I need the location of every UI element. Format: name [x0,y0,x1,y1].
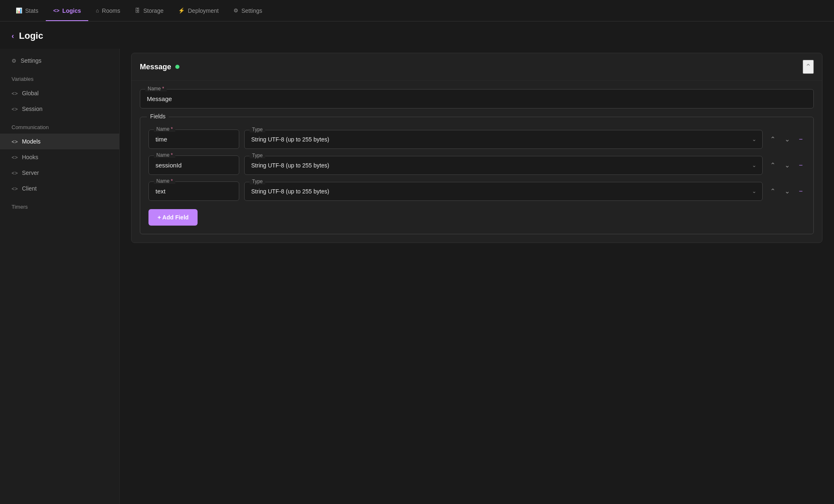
field-name-input-1[interactable] [149,130,239,148]
field-required-1: * [171,126,173,132]
field-type-select-2[interactable]: String UTF-8 (up to 255 bytes) Integer F… [245,156,762,174]
code-models-icon: <> [12,139,18,145]
field-row: Name * Type String UTF-8 (up to 255 byte… [148,181,805,201]
field-type-label-2: Type [250,153,265,158]
nav-settings[interactable]: ⚙ Settings [226,0,270,21]
remove-field-button-1[interactable]: − [796,134,805,145]
sidebar-item-client[interactable]: <> Client [0,181,119,196]
top-nav: 📊 Stats <> Logics ⌂ Rooms 🗄 Storage ⚡ De… [0,0,834,21]
remove-field-button-3[interactable]: − [796,186,805,197]
page-title: Logic [19,31,43,41]
field-type-wrap-1: Type String UTF-8 (up to 255 bytes) Inte… [244,130,763,149]
settings-sidebar-icon: ⚙ [12,58,16,64]
field-required-2: * [171,152,173,158]
field-type-select-3[interactable]: String UTF-8 (up to 255 bytes) Integer F… [245,182,762,200]
sidebar-item-server[interactable]: <> Server [0,165,119,181]
code-server-icon: <> [12,170,18,176]
field-row: Name * Type String UTF-8 (up to 255 byte… [148,130,805,149]
move-down-button-3[interactable]: ⌄ [782,186,792,197]
nav-deployment[interactable]: ⚡ Deployment [171,0,226,21]
move-down-button-2[interactable]: ⌄ [782,160,792,171]
field-name-label-2: Name * [154,152,175,158]
move-up-button-3[interactable]: ⌃ [768,186,778,197]
nav-logics[interactable]: <> Logics [46,0,88,21]
field-row: Name * Type String UTF-8 (up to 255 byte… [148,155,805,175]
field-actions-3: ⌃ ⌄ − [768,186,805,197]
field-name-label-1: Name * [154,126,175,132]
content-area: Message ⌃ Name * Fields [120,49,834,504]
deployment-icon: ⚡ [178,7,185,14]
field-type-label-3: Type [250,179,265,184]
move-down-button-1[interactable]: ⌄ [782,134,792,145]
fields-legend: Fields [147,113,169,120]
field-name-wrap-2: Name * [148,155,239,175]
move-up-button-2[interactable]: ⌃ [768,160,778,171]
sidebar: ⚙ Settings Variables <> Global <> Sessio… [0,49,120,504]
code-hooks-icon: <> [12,154,18,160]
name-required: * [162,86,164,92]
sidebar-item-global[interactable]: <> Global [0,85,119,101]
page-header: ‹ Logic [0,21,834,49]
sidebar-section-variables: Variables [0,68,119,85]
message-title: Message [140,63,179,71]
back-button[interactable]: ‹ [12,32,14,40]
storage-icon: 🗄 [135,7,140,14]
name-label: Name * [145,86,167,92]
main-layout: ⚙ Settings Variables <> Global <> Sessio… [0,49,834,504]
field-type-select-1[interactable]: String UTF-8 (up to 255 bytes) Integer F… [245,130,762,148]
field-actions-1: ⌃ ⌄ − [768,134,805,145]
rooms-icon: ⌂ [96,7,99,14]
sidebar-item-models[interactable]: <> Models [0,134,119,149]
sidebar-item-settings[interactable]: ⚙ Settings [0,53,119,68]
remove-field-button-2[interactable]: − [796,160,805,171]
field-name-wrap-3: Name * [148,181,239,201]
field-type-wrap-3: Type String UTF-8 (up to 255 bytes) Inte… [244,182,763,201]
name-input-wrapper: Name * [140,89,814,108]
stats-icon: 📊 [16,7,22,14]
name-input[interactable] [140,89,813,108]
field-actions-2: ⌃ ⌄ − [768,160,805,171]
collapse-button[interactable]: ⌃ [803,60,814,74]
name-field-wrapper: Name * [132,81,822,113]
sidebar-section-communication: Communication [0,117,119,134]
nav-rooms[interactable]: ⌂ Rooms [88,0,127,21]
code-client-icon: <> [12,186,18,192]
field-name-wrap-1: Name * [148,130,239,149]
message-card: Message ⌃ Name * Fields [131,53,822,243]
sidebar-item-hooks[interactable]: <> Hooks [0,149,119,165]
field-name-input-3[interactable] [149,182,239,200]
settings-nav-icon: ⚙ [233,7,238,14]
sidebar-section-timers: Timers [0,196,119,213]
field-type-wrap-2: Type String UTF-8 (up to 255 bytes) Inte… [244,156,763,175]
field-name-input-2[interactable] [149,156,239,174]
move-up-button-1[interactable]: ⌃ [768,134,778,145]
logics-icon: <> [53,7,59,14]
code-global-icon: <> [12,90,18,97]
nav-storage[interactable]: 🗄 Storage [127,0,171,21]
field-type-label-1: Type [250,127,265,132]
fields-section: Fields Name * Type [140,117,814,234]
field-name-label-3: Name * [154,178,175,184]
sidebar-item-session[interactable]: <> Session [0,101,119,117]
field-required-3: * [171,178,173,184]
fields-list: Name * Type String UTF-8 (up to 255 byte… [148,130,805,226]
message-card-header: Message ⌃ [132,53,822,81]
nav-stats[interactable]: 📊 Stats [8,0,46,21]
add-field-button[interactable]: + Add Field [148,209,198,226]
status-dot [175,65,179,69]
code-session-icon: <> [12,106,18,112]
